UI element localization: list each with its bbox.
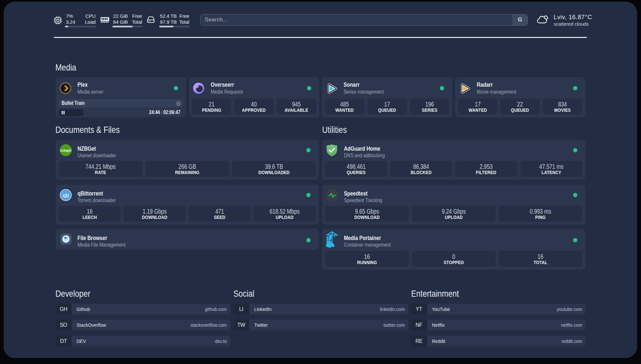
svg-text:qb: qb (63, 192, 69, 198)
